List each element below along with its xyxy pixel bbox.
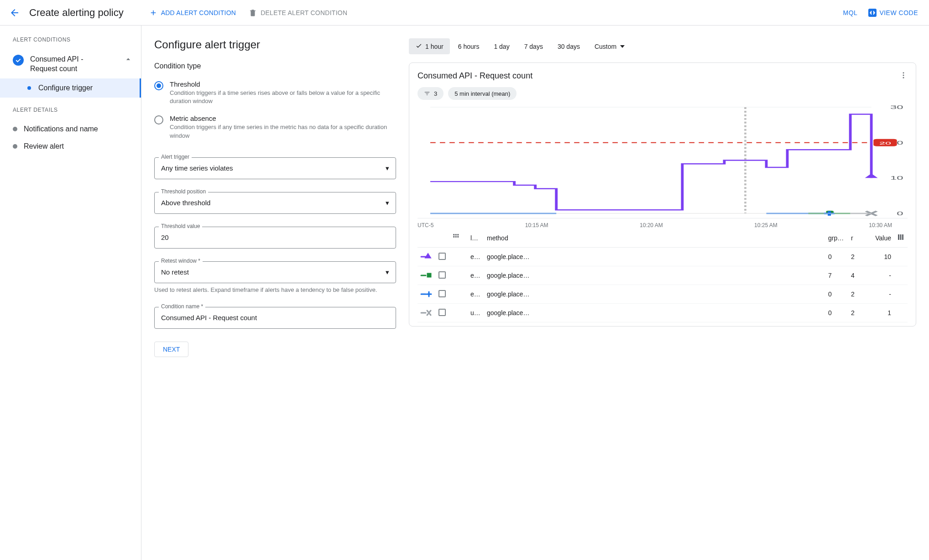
code-icon: [868, 9, 877, 17]
cell-grp: 7: [825, 266, 848, 285]
table-row[interactable]: e…google.place…74-: [418, 266, 908, 285]
row-checkbox[interactable]: [438, 253, 446, 260]
alert-trigger-select[interactable]: Alert trigger Any time series violates ▾: [154, 157, 396, 179]
next-button[interactable]: NEXT: [154, 342, 188, 357]
filter-count: 3: [434, 90, 437, 97]
cell-l: e…: [468, 248, 484, 266]
sidebar-sub-label: Configure trigger: [38, 84, 93, 92]
chevron-up-icon: [124, 55, 133, 65]
radio-threshold[interactable]: Threshold Condition triggers if a time s…: [154, 76, 396, 110]
filter-chip[interactable]: 3: [418, 87, 444, 100]
check-circle-icon: [13, 55, 24, 66]
interval-chip[interactable]: 5 min interval (mean): [448, 87, 517, 100]
time-range-7-days[interactable]: 7 days: [518, 39, 549, 54]
add-alert-condition-button[interactable]: ADD ALERT CONDITION: [149, 9, 236, 17]
table-row[interactable]: e…google.place…0210: [418, 248, 908, 266]
time-range-1-day[interactable]: 1 day: [487, 39, 516, 54]
cell-value: 10: [862, 248, 894, 266]
mql-link[interactable]: MQL: [843, 9, 858, 16]
col-value[interactable]: Value: [862, 228, 894, 248]
cell-method: google.place…: [484, 248, 825, 266]
field-value: 20: [161, 233, 169, 241]
sidebar-item-condition[interactable]: Consumed API - Request count: [0, 50, 141, 78]
time-range-6-hours[interactable]: 6 hours: [452, 39, 486, 54]
threshold-value-input[interactable]: Threshold value 20: [154, 227, 396, 249]
cell-grp: 0: [825, 304, 848, 322]
sidebar-item-review[interactable]: Review alert: [0, 138, 141, 155]
series-marker: [418, 285, 436, 304]
svg-point-0: [903, 72, 904, 73]
chart-area[interactable]: 302010020: [418, 104, 908, 218]
time-range-1-hour[interactable]: 1 hour: [409, 38, 450, 54]
row-checkbox[interactable]: [438, 309, 446, 316]
cell-grp: 0: [825, 248, 848, 266]
dropdown-arrow-icon: ▾: [386, 268, 389, 276]
cell-value: -: [862, 266, 894, 285]
view-code-button[interactable]: VIEW CODE: [868, 9, 918, 17]
table-row[interactable]: u…google.place…021: [418, 304, 908, 322]
time-range-custom[interactable]: Custom: [588, 39, 631, 54]
cell-r: 4: [848, 266, 862, 285]
trash-icon: [249, 9, 257, 17]
col-method[interactable]: method: [484, 228, 825, 248]
col-l[interactable]: l…: [468, 228, 484, 248]
radio-metric-absence[interactable]: Metric absence Condition triggers if any…: [154, 110, 396, 144]
delete-alert-condition-button[interactable]: DELETE ALERT CONDITION: [249, 9, 347, 17]
cell-l: e…: [468, 285, 484, 304]
retest-window-select[interactable]: Retest window * No retest ▾: [154, 261, 396, 283]
cell-r: 2: [848, 304, 862, 322]
field-label: Condition name *: [159, 303, 205, 310]
retest-help-text: Used to retest alerts. Expand timeframe …: [154, 286, 396, 294]
grid-icon[interactable]: [452, 235, 460, 243]
condition-name-input[interactable]: Condition name * Consumed API - Request …: [154, 307, 396, 329]
dot-icon: [13, 127, 17, 131]
cell-grp: 0: [825, 285, 848, 304]
radio-desc: Condition triggers if a time series rise…: [170, 89, 396, 105]
back-button[interactable]: [5, 4, 24, 22]
chart-svg: 302010020: [418, 104, 908, 218]
field-value: Any time series violates: [161, 164, 233, 172]
x-tick: 10:15 AM: [525, 222, 548, 228]
radio-icon: [154, 81, 163, 90]
columns-icon[interactable]: [897, 235, 905, 243]
cell-r: 2: [848, 285, 862, 304]
interval-chip-label: 5 min interval (mean): [454, 90, 510, 97]
cell-r: 2: [848, 248, 862, 266]
cell-l: u…: [468, 304, 484, 322]
condition-type-heading: Condition type: [154, 62, 396, 70]
cell-value: 1: [862, 304, 894, 322]
radio-label: Metric absence: [170, 114, 396, 122]
svg-point-2: [903, 77, 904, 78]
col-grp[interactable]: grp…: [825, 228, 848, 248]
series-marker: [418, 248, 436, 266]
sidebar-item-label: Review alert: [24, 142, 64, 150]
dot-icon: [13, 144, 17, 149]
table-row[interactable]: e…google.place…02-: [418, 285, 908, 304]
row-checkbox[interactable]: [438, 271, 446, 279]
check-icon: [415, 42, 423, 51]
preview-column: 1 hour6 hours1 day7 days30 daysCustom Co…: [409, 38, 916, 327]
card-menu-button[interactable]: [899, 71, 908, 81]
row-checkbox[interactable]: [438, 290, 446, 297]
time-range-30-days[interactable]: 30 days: [551, 39, 586, 54]
sidebar-item-label: Notifications and name: [24, 125, 98, 133]
sidebar-heading-conditions: ALERT CONDITIONS: [0, 36, 141, 43]
sidebar-item-notifications[interactable]: Notifications and name: [0, 120, 141, 138]
cell-value: -: [862, 285, 894, 304]
x-axis-labels: UTC-510:15 AM10:20 AM10:25 AM10:30 AM: [418, 220, 908, 228]
plus-icon: [149, 9, 157, 17]
dropdown-arrow-icon: ▾: [386, 199, 389, 207]
col-r[interactable]: r: [848, 228, 862, 248]
svg-text:0: 0: [897, 211, 903, 216]
x-tick: 10:30 AM: [869, 222, 892, 228]
page-title: Create alerting policy: [29, 7, 124, 19]
config-heading: Configure alert trigger: [154, 38, 396, 51]
dropdown-arrow-icon: [620, 45, 625, 48]
more-vert-icon: [899, 71, 908, 79]
threshold-position-select[interactable]: Threshold position Above threshold ▾: [154, 192, 396, 214]
sidebar-item-label: Consumed API - Request count: [30, 55, 84, 74]
series-marker: [418, 266, 436, 285]
table-body: e…google.place…0210e…google.place…74-e…g…: [418, 248, 908, 322]
sidebar-sub-configure-trigger[interactable]: Configure trigger: [0, 78, 141, 98]
arrow-left-icon: [9, 7, 20, 18]
